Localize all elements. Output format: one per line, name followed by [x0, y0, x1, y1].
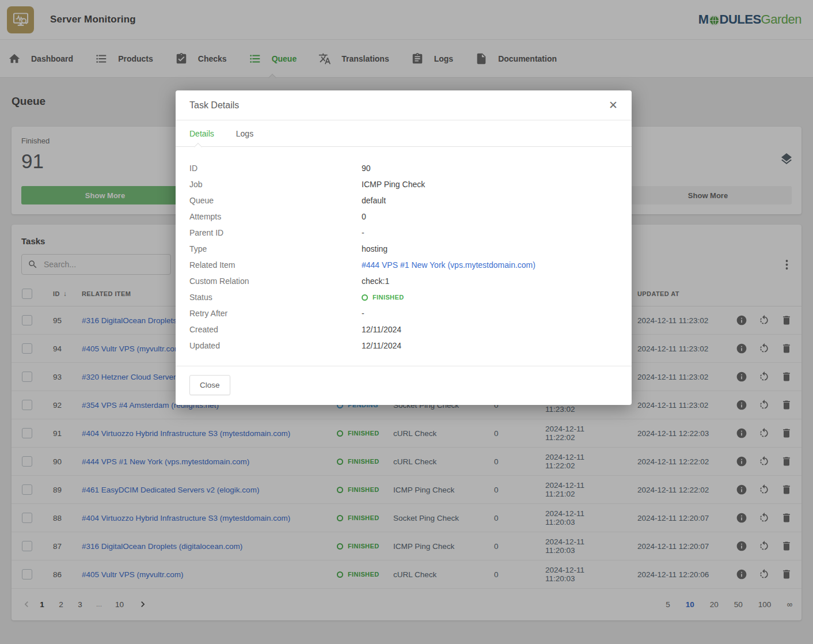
- field-value: FINISHED: [362, 294, 404, 301]
- field-value: 0: [362, 212, 366, 221]
- modal-tab-logs[interactable]: Logs: [236, 120, 253, 146]
- field-value: #444 VPS #1 New York (vps.mytestdomain.c…: [362, 260, 535, 270]
- field-value: check:1: [362, 276, 389, 286]
- field-row-custom-relation: Custom Relation check:1: [189, 273, 618, 289]
- field-value: hosting: [362, 244, 387, 253]
- field-row-updated: Updated 12/11/2024: [189, 338, 618, 354]
- field-value: -: [362, 228, 364, 237]
- field-row-type: Type hosting: [189, 241, 618, 257]
- modal-tabs: DetailsLogs: [176, 120, 632, 147]
- field-value: 12/11/2024: [362, 325, 401, 334]
- field-label: ID: [189, 164, 362, 173]
- field-row-created: Created 12/11/2024: [189, 321, 618, 338]
- field-row-attempts: Attempts 0: [189, 209, 618, 225]
- field-label: Type: [189, 244, 362, 253]
- field-label: Updated: [189, 341, 362, 350]
- field-row-status: Status FINISHED: [189, 289, 618, 305]
- field-label: Attempts: [189, 212, 362, 221]
- modal-tab-details[interactable]: Details: [189, 120, 214, 146]
- field-label: Parent ID: [189, 228, 362, 237]
- field-value: 12/11/2024: [362, 341, 401, 350]
- field-row-related-item: Related Item #444 VPS #1 New York (vps.m…: [189, 257, 618, 273]
- modal-footer: Close: [176, 366, 632, 405]
- related-item-link[interactable]: #444 VPS #1 New York (vps.mytestdomain.c…: [362, 260, 535, 270]
- field-row-queue: Queue default: [189, 192, 618, 209]
- field-label: Queue: [189, 196, 362, 205]
- field-row-parent-id: Parent ID -: [189, 225, 618, 241]
- field-label: Status: [189, 293, 362, 302]
- task-details-modal: Task Details ✕ DetailsLogs ID 90Job ICMP…: [176, 90, 632, 405]
- field-value: -: [362, 309, 364, 318]
- field-row-id: ID 90: [189, 160, 618, 176]
- field-row-job: Job ICMP Ping Check: [189, 176, 618, 192]
- field-value: 90: [362, 164, 371, 173]
- modal-header: Task Details ✕: [176, 90, 632, 120]
- status-ring-icon: [362, 294, 368, 301]
- field-label: Related Item: [189, 260, 362, 270]
- field-label: Job: [189, 180, 362, 189]
- field-value: default: [362, 196, 386, 205]
- field-label: Custom Relation: [189, 276, 362, 286]
- field-row-retry-after: Retry After -: [189, 305, 618, 321]
- field-label: Retry After: [189, 309, 362, 318]
- close-icon[interactable]: ✕: [609, 100, 618, 111]
- close-button[interactable]: Close: [189, 375, 230, 395]
- modal-title: Task Details: [189, 100, 239, 111]
- field-value: ICMP Ping Check: [362, 180, 425, 189]
- modal-body: ID 90Job ICMP Ping CheckQueue defaultAtt…: [176, 147, 632, 366]
- status-badge: FINISHED: [362, 294, 404, 301]
- field-label: Created: [189, 325, 362, 334]
